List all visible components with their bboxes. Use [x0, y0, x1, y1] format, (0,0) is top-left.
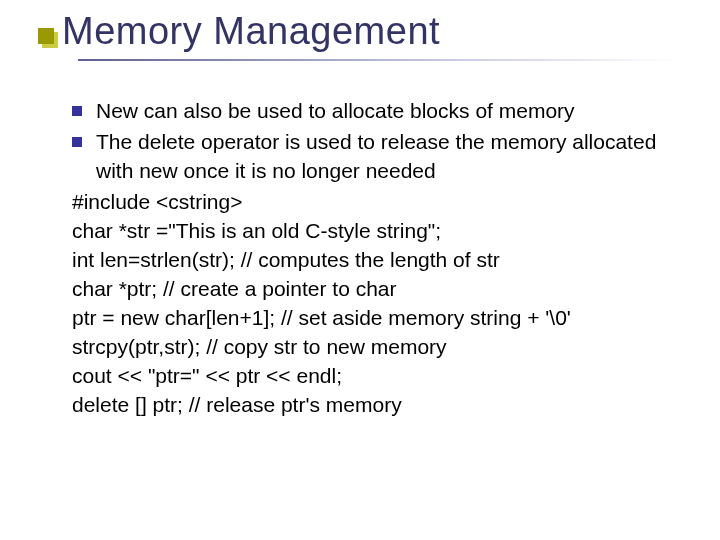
code-line: #include <cstring>: [72, 188, 682, 217]
bullet-text: The delete operator is used to release t…: [96, 128, 682, 186]
code-line: ptr = new char[len+1]; // set aside memo…: [72, 304, 682, 333]
code-line: strcpy(ptr,str); // copy str to new memo…: [72, 333, 682, 362]
code-line: char *str ="This is an old C-style strin…: [72, 217, 682, 246]
title-bullet-icon: [38, 28, 54, 44]
bullet-item: New can also be used to allocate blocks …: [72, 97, 682, 126]
code-line: cout << "ptr=" << ptr << endl;: [72, 362, 682, 391]
bullet-item: The delete operator is used to release t…: [72, 128, 682, 186]
bullet-text: New can also be used to allocate blocks …: [96, 97, 682, 126]
page-title: Memory Management: [62, 10, 682, 53]
title-area: Memory Management: [38, 10, 682, 61]
title-underline: [78, 59, 678, 61]
slide: Memory Management New can also be used t…: [0, 0, 720, 540]
square-bullet-icon: [72, 106, 82, 116]
square-bullet-icon: [72, 137, 82, 147]
code-line: delete [] ptr; // release ptr's memory: [72, 391, 682, 420]
body-content: New can also be used to allocate blocks …: [72, 97, 682, 420]
code-line: int len=strlen(str); // computes the len…: [72, 246, 682, 275]
code-line: char *ptr; // create a pointer to char: [72, 275, 682, 304]
